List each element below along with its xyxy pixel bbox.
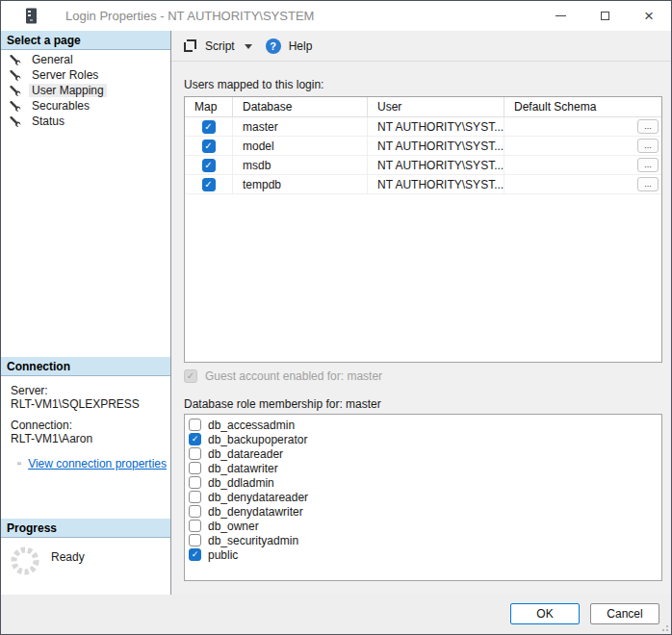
database-cell: model: [233, 137, 368, 155]
progress-spinner-icon: [10, 546, 40, 576]
ok-button[interactable]: OK: [510, 603, 580, 624]
script-button[interactable]: Script: [182, 37, 245, 56]
sidebar-page-item[interactable]: Securables: [1, 98, 170, 114]
login-properties-dialog: Login Properties - NT AUTHORITY\SYSTEM ×…: [0, 0, 672, 635]
wrench-icon: [10, 85, 21, 96]
map-checkbox[interactable]: [202, 120, 216, 134]
connection-value: RLT-VM1\Aaron: [11, 432, 167, 445]
titlebar: Login Properties - NT AUTHORITY\SYSTEM ×: [1, 1, 671, 31]
page-label: General: [29, 53, 76, 66]
page-label: Server Roles: [29, 68, 101, 82]
chevron-down-icon: [245, 44, 252, 49]
user-cell: NT AUTHORITY\SYST...: [368, 175, 504, 193]
role-list-item[interactable]: db_accessadmin: [189, 418, 661, 432]
users-table: Map Database User Default Schema master …: [184, 96, 662, 363]
role-label: public: [208, 548, 238, 562]
wrench-icon: [10, 115, 21, 127]
map-checkbox[interactable]: [202, 159, 216, 172]
page-label: Status: [29, 114, 67, 128]
wrench-icon: [10, 100, 21, 112]
role-list-item[interactable]: db_denydatawriter: [189, 504, 661, 519]
role-list-item[interactable]: db_ddladmin: [189, 475, 661, 490]
help-button[interactable]: ? Help: [264, 36, 315, 57]
user-cell: NT AUTHORITY\SYST...: [368, 156, 504, 174]
table-row[interactable]: model NT AUTHORITY\SYST... ...: [185, 137, 661, 156]
role-checkbox[interactable]: [189, 419, 201, 431]
column-header-default-schema: Default Schema: [504, 97, 661, 116]
role-checkbox[interactable]: [189, 505, 201, 518]
minimize-button[interactable]: [538, 1, 582, 31]
page-label: Securables: [29, 99, 92, 113]
role-checkbox[interactable]: [189, 548, 201, 561]
user-mapping-page: Users mapped to this login: Map Database…: [171, 62, 672, 597]
role-list-item[interactable]: public: [189, 547, 661, 562]
sidebar-page-item[interactable]: Status: [1, 114, 170, 129]
guest-checkbox: [184, 369, 197, 383]
sidebar-page-item[interactable]: Server Roles: [1, 67, 170, 83]
progress-header: Progress: [1, 519, 170, 538]
role-label: db_datareader: [208, 447, 283, 461]
table-row[interactable]: msdb NT AUTHORITY\SYST... ...: [185, 156, 661, 175]
role-list-item[interactable]: db_denydatareader: [189, 490, 661, 504]
close-button[interactable]: ×: [627, 1, 671, 31]
maximize-icon: [601, 12, 609, 20]
view-connection-properties-link[interactable]: View connection properties: [28, 457, 167, 470]
script-icon: [184, 39, 197, 53]
role-list-item[interactable]: db_datareader: [189, 446, 661, 461]
help-label: Help: [289, 39, 313, 53]
sidebar: Select a page General Server Roles User …: [1, 31, 171, 597]
script-label: Script: [205, 39, 235, 53]
page-label: User Mapping: [29, 84, 107, 97]
role-membership-label: Database role membership for: master: [184, 397, 381, 411]
map-checkbox[interactable]: [202, 178, 216, 191]
role-label: db_accessadmin: [208, 419, 295, 432]
close-icon: ×: [644, 8, 654, 24]
map-checkbox[interactable]: [202, 140, 216, 153]
role-list-item[interactable]: db_owner: [189, 519, 661, 533]
users-table-body: master NT AUTHORITY\SYST... ... model NT…: [185, 117, 661, 194]
browse-button[interactable]: ...: [637, 139, 659, 153]
role-checkbox[interactable]: [189, 476, 201, 489]
connection-section: Connection Server: RLT-VM1\SQLEXPRESS Co…: [1, 357, 170, 470]
role-label: db_denydatawriter: [208, 505, 303, 519]
role-list-item[interactable]: db_securityadmin: [189, 533, 661, 547]
browse-button[interactable]: ...: [637, 119, 659, 134]
role-list-item[interactable]: db_backupoperator: [189, 432, 661, 446]
role-label: db_securityadmin: [208, 534, 298, 547]
role-checkbox[interactable]: [189, 520, 201, 532]
select-a-page-header: Select a page: [1, 31, 170, 50]
role-checkbox[interactable]: [189, 491, 201, 503]
pages-list: General Server Roles User Mapping Secura…: [1, 50, 170, 129]
connection-header: Connection: [1, 357, 170, 376]
role-checkbox[interactable]: [189, 433, 201, 445]
table-row[interactable]: master NT AUTHORITY\SYST... ...: [185, 117, 661, 137]
browse-button[interactable]: ...: [637, 177, 659, 191]
server-app-icon: [25, 8, 38, 24]
table-row[interactable]: tempdb NT AUTHORITY\SYST... ...: [185, 175, 661, 194]
main-panel: Script ? Help Users mapped to this login…: [171, 31, 672, 597]
resize-grip[interactable]: [659, 622, 668, 631]
role-checkbox[interactable]: [189, 462, 201, 474]
role-checkbox[interactable]: [189, 447, 201, 460]
window-title: Login Properties - NT AUTHORITY\SYSTEM: [65, 9, 314, 23]
connection-label: Connection:: [11, 419, 167, 432]
role-label: db_datawriter: [208, 462, 278, 475]
cancel-button[interactable]: Cancel: [590, 603, 659, 624]
user-cell: NT AUTHORITY\SYST...: [368, 137, 504, 155]
role-label: db_ddladmin: [208, 476, 274, 490]
server-value: RLT-VM1\SQLEXPRESS: [11, 397, 167, 411]
role-list-item[interactable]: db_datawriter: [189, 461, 661, 475]
connection-properties-icon: [17, 457, 21, 470]
database-cell: tempdb: [233, 175, 368, 193]
maximize-button[interactable]: [582, 1, 627, 31]
column-header-database: Database: [233, 97, 368, 116]
sidebar-page-item[interactable]: General: [1, 52, 170, 67]
database-cell: master: [233, 117, 368, 136]
server-label: Server:: [11, 384, 167, 397]
script-dropdown-button[interactable]: [245, 44, 252, 49]
role-checkbox[interactable]: [189, 534, 201, 546]
browse-button[interactable]: ...: [637, 158, 659, 172]
sidebar-page-item[interactable]: User Mapping: [1, 83, 170, 98]
guest-account-row: Guest account enabled for: master: [184, 369, 382, 383]
column-header-map: Map: [185, 97, 233, 116]
